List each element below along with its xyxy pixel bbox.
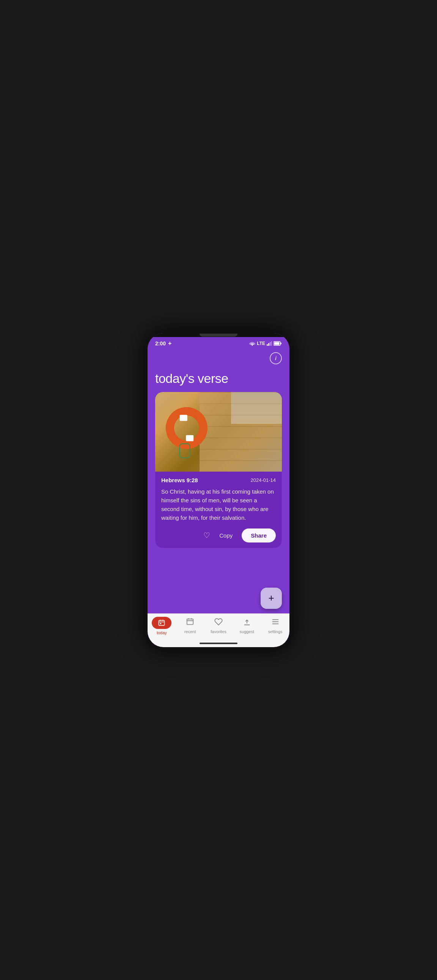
fab-icon: +: [268, 592, 274, 604]
suggest-label: suggest: [240, 629, 255, 634]
bottom-nav: today recent: [148, 613, 289, 640]
settings-label: settings: [268, 629, 282, 634]
svg-rect-0: [267, 344, 268, 346]
fab-button[interactable]: +: [261, 588, 282, 609]
svg-rect-12: [187, 619, 193, 625]
heart-icon: ♡: [203, 531, 210, 539]
svg-rect-7: [159, 620, 164, 625]
status-left: 2:00 +: [155, 340, 171, 347]
main-content: i today's verse Hebrews 9: [148, 348, 289, 613]
svg-rect-3: [271, 341, 272, 346]
verse-reference: Hebrews 9:28: [161, 477, 198, 484]
home-bar: [199, 643, 238, 644]
verse-image: [155, 392, 282, 472]
svg-rect-11: [160, 623, 161, 624]
nav-item-recent[interactable]: recent: [176, 617, 204, 634]
verse-date: 2024-01-14: [251, 477, 276, 483]
settings-icon: [271, 617, 279, 628]
status-bar: 2:00 + LTE: [148, 337, 289, 348]
copy-button[interactable]: Copy: [219, 532, 233, 539]
signal-icon: [267, 341, 272, 346]
svg-rect-5: [274, 342, 279, 345]
today-icon: [158, 619, 165, 627]
verse-card: Hebrews 9:28 2024-01-14 So Christ, havin…: [155, 392, 282, 548]
today-label: today: [157, 630, 167, 635]
time-display: 2:00: [155, 340, 166, 347]
info-button[interactable]: i: [270, 352, 282, 364]
spacer: [155, 548, 282, 588]
heart-button[interactable]: ♡: [203, 531, 210, 540]
cross-icon: +: [168, 340, 171, 347]
status-right: LTE: [249, 341, 282, 346]
battery-icon: [273, 341, 282, 346]
network-label: LTE: [257, 341, 265, 346]
favorites-label: favorites: [211, 629, 226, 634]
stone-wall: [199, 392, 282, 472]
verse-text: So Christ, having at his first coming ta…: [161, 487, 276, 522]
rope-detail: [179, 443, 190, 458]
phone-shell: 2:00 + LTE: [145, 330, 292, 650]
svg-rect-1: [268, 343, 270, 346]
verse-body: Hebrews 9:28 2024-01-14 So Christ, havin…: [155, 472, 282, 548]
notch: [199, 334, 238, 337]
svg-rect-6: [281, 343, 282, 344]
nav-item-suggest[interactable]: suggest: [233, 617, 261, 634]
nav-item-today[interactable]: today: [148, 617, 176, 635]
recent-label: recent: [184, 629, 196, 634]
nav-item-favorites[interactable]: favorites: [204, 617, 233, 634]
page-title: today's verse: [155, 371, 282, 386]
verse-actions: ♡ Copy Share: [161, 528, 276, 542]
home-indicator: [148, 640, 289, 647]
svg-rect-2: [270, 342, 271, 346]
notch-bar: [148, 333, 289, 337]
phone-screen: 2:00 + LTE: [148, 333, 289, 647]
info-icon: i: [275, 355, 276, 361]
nav-item-settings[interactable]: settings: [261, 617, 289, 634]
recent-icon: [186, 617, 194, 628]
suggest-icon: [243, 617, 251, 628]
share-button[interactable]: Share: [242, 528, 276, 542]
life-ring-container: [162, 399, 211, 464]
verse-meta: Hebrews 9:28 2024-01-14: [161, 477, 276, 484]
today-icon-pill: [152, 617, 171, 629]
favorites-icon: [214, 617, 223, 628]
wifi-icon: [249, 341, 255, 346]
